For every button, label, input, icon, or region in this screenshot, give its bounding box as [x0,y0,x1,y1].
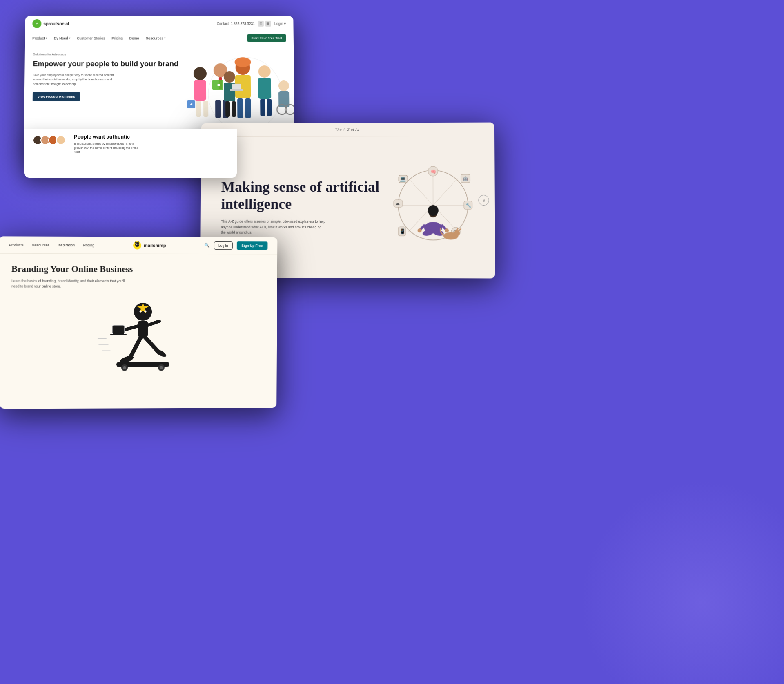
svg-point-89 [160,366,163,369]
sprout-second-card: People want authentic Brand content shar… [24,129,237,178]
mailchimp-login-button[interactable]: Log In [214,241,233,249]
mailchimp-card: Products Resources Inspiration Pricing m… [0,236,277,409]
mailchimp-nav-right: 🔍 Log In Sign Up Free [204,241,267,249]
svg-point-68 [138,243,139,244]
svg-point-55 [428,205,439,216]
sprout-second-body: Brand content shared by employees earns … [74,142,143,154]
svg-line-37 [433,179,458,205]
svg-rect-73 [138,321,148,337]
ai-subtext: This A-Z guide offers a series of simple… [221,219,327,236]
chevron-down-icon: ▾ [69,36,70,40]
mailchimp-headline: Branding Your Online Business [11,264,265,275]
mailchimp-nav-inspiration[interactable]: Inspiration [58,243,75,247]
mailchimp-logo-text: mailchimp [144,243,166,248]
sprout-headline: Empower your people to build your brand [33,59,285,68]
email-icon[interactable]: ✉ [258,20,264,26]
svg-line-80 [145,337,157,350]
sprout-subtext: Give your employees a simple way to shar… [33,73,122,87]
sprout-nav-product[interactable]: Product ▾ [32,36,47,40]
sprout-second-headline: People want authentic [74,134,143,140]
mailchimp-nav-left: Products Resources Inspiration Pricing [9,243,94,247]
svg-text:☁: ☁ [395,201,400,206]
search-icon[interactable]: 🔍 [204,243,210,248]
chevron-down-icon: ▾ [46,36,47,40]
svg-text:🔧: 🔧 [466,202,471,208]
mailchimp-subtext: Learn the basics of branding, brand iden… [11,278,127,289]
svg-point-88 [123,366,126,369]
svg-text:📱: 📱 [399,228,405,234]
ai-topbar-title: The A-Z of AI [335,127,359,132]
ai-illustration-area: 🧠 🤖 🔧 ⚙ 📱 ☁ [392,166,474,248]
svg-text:🧠: 🧠 [430,169,436,174]
scroll-indicator[interactable]: ∨ [478,195,489,206]
svg-rect-75 [112,325,125,334]
chevron-down-icon: ▾ [284,21,286,25]
chevron-down-icon: ▾ [164,36,166,40]
calendar-icon[interactable]: ▦ [265,20,271,26]
sprout-nav-pricing[interactable]: Pricing [112,36,123,40]
sprout-logo-text: sproutsocial [43,21,69,26]
ai-left-content: Making sense of artificial intelligence … [221,179,380,236]
svg-text:🤖: 🤖 [463,176,468,181]
svg-point-62 [445,228,449,232]
sprout-topbar-right: Contact 1.866.878.3231 ✉ ▦ Login ▾ [217,20,286,26]
ai-illustration: 🧠 🤖 🔧 ⚙ 📱 ☁ [392,166,474,248]
svg-point-61 [418,228,422,232]
avatar-4 [56,135,66,145]
mailchimp-nav-resources[interactable]: Resources [32,243,49,247]
scene: sproutsocial Contact 1.866.878.3231 ✉ ▦ … [0,0,784,684]
bg-blob-2 [580,480,784,684]
sprout-contact-label: Contact 1.866.878.3231 [217,21,255,25]
mailchimp-navbar: Products Resources Inspiration Pricing m… [0,236,277,254]
sprout-nav-demo[interactable]: Demo [129,36,139,40]
svg-point-67 [136,243,137,244]
svg-point-71 [140,310,142,312]
svg-line-78 [131,337,141,356]
mailchimp-logo-icon [133,241,142,250]
sprout-nav-items: Product ▾ By Need ▾ Customer Stories Pri… [32,36,166,40]
sprout-second-text: People want authentic Brand content shar… [74,134,143,154]
mailchimp-nav-products[interactable]: Products [9,243,24,247]
mailchimp-content: Branding Your Online Business Learn the … [0,254,277,397]
sprout-login-button[interactable]: Login ▾ [274,21,286,25]
ai-headline: Making sense of artificial intelligence [221,179,380,212]
sprout-avatars [33,135,66,145]
mailchimp-illustration-area [11,297,265,387]
svg-line-77 [148,321,159,325]
sprout-logo: sproutsocial [32,19,69,28]
ai-topbar: The A-Z of AI [201,123,494,137]
mailchimp-nav-pricing[interactable]: Pricing [83,243,95,247]
svg-point-72 [145,310,147,312]
sprout-second-inner: People want authentic Brand content shar… [24,129,237,159]
svg-line-74 [123,326,138,330]
sprout-nav-resources[interactable]: Resources ▾ [146,36,166,40]
svg-rect-76 [110,333,127,335]
sprout-solutions-label: Solutions for Advocacy [33,52,286,56]
mailchimp-signup-button[interactable]: Sign Up Free [236,241,267,250]
sprout-nav-customer-stories[interactable]: Customer Stories [77,36,105,40]
sprout-logo-icon [32,19,41,28]
sprout-nav-by-need[interactable]: By Need ▾ [54,36,70,40]
svg-line-36 [408,179,433,205]
sprout-contact-icons: ✉ ▦ [258,20,271,26]
svg-point-81 [154,347,167,358]
svg-text:💻: 💻 [400,176,406,182]
mailchimp-logo: mailchimp [133,241,166,250]
sprout-view-highlights-button[interactable]: View Product Highlights [33,92,80,101]
sprout-topbar: sproutsocial Contact 1.866.878.3231 ✉ ▦ … [25,16,293,31]
mailchimp-illustration [94,297,184,387]
